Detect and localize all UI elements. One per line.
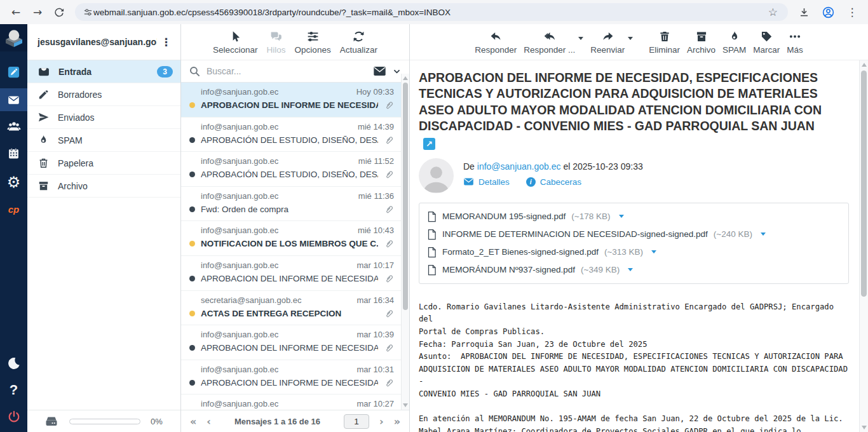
sidebar-item-drafts[interactable]: Borradores <box>27 83 180 106</box>
list-toolbar: Seleccionar Hilos Opciones Actualizar <box>181 24 409 60</box>
attachment-item[interactable]: MEMORANDUM 195-signed.pdf (~178 KB) <box>427 208 841 226</box>
browser-reload-button[interactable] <box>48 3 70 22</box>
message-row[interactable]: info@sanjuan.gob.ecHoy 09:33 APROBACION … <box>181 83 409 118</box>
browser-back-button[interactable]: ← <box>5 3 27 22</box>
read-dot[interactable] <box>189 137 195 143</box>
reply-all-dropdown-caret[interactable] <box>578 37 583 40</box>
mark-button[interactable]: Marcar <box>753 29 780 55</box>
message-row[interactable]: info@sanjuan.gob.ecmié 11:52 APROBACIÓN … <box>181 152 409 187</box>
search-input[interactable] <box>207 66 367 76</box>
message-sender: info@sanjuan.gob.ec <box>201 87 278 97</box>
settings-nav-icon[interactable]: ⚙ <box>0 171 27 194</box>
scrollbar-thumb[interactable] <box>403 83 408 310</box>
next-page-button[interactable]: › <box>379 415 384 428</box>
message-row[interactable]: info@sanjuan.gob.ecmar 10:27 APROBACION … <box>181 395 409 410</box>
more-button[interactable]: Más <box>787 29 803 55</box>
options-button[interactable]: Opciones <box>295 29 331 55</box>
help-icon[interactable]: ? <box>0 379 27 402</box>
read-dot[interactable] <box>189 172 195 177</box>
read-dot[interactable] <box>189 276 195 281</box>
attachment-item[interactable]: Formato_2_ET Bienes-signed-signed.pdf (~… <box>427 243 841 261</box>
attachment-dropdown-caret[interactable] <box>628 268 633 271</box>
open-in-new-window-icon[interactable]: ↗ <box>423 138 435 150</box>
browser-forward-button[interactable]: → <box>27 3 48 22</box>
unread-dot[interactable] <box>189 311 195 316</box>
account-header[interactable]: jesusgavilanes@sanjuan.gob.... ⋮ <box>27 24 180 60</box>
search-options-chevron-icon[interactable] <box>392 67 402 76</box>
message-body: Lcdo. Romario Gavilanes Litardo-Asistent… <box>419 301 849 432</box>
scroll-up-arrow[interactable] <box>403 76 408 80</box>
compose-button[interactable] <box>0 60 27 83</box>
scope-envelope-icon[interactable] <box>373 65 386 77</box>
account-menu-icon[interactable]: ⋮ <box>157 36 175 48</box>
scroll-down-arrow[interactable] <box>862 426 867 429</box>
reply-all-button[interactable]: Responder ... <box>524 29 575 55</box>
message-subject-title: APROBACION DEL INFORME DE NECESIDAD, ESP… <box>419 70 825 151</box>
mail-nav-icon[interactable] <box>0 88 27 111</box>
message-row[interactable]: info@sanjuan.gob.ecmar 10:39 APROBACION … <box>181 325 409 360</box>
bookmark-star-icon[interactable]: ☆ <box>763 6 783 18</box>
site-settings-icon[interactable] <box>83 7 93 18</box>
sidebar-item-sent[interactable]: Enviados <box>27 106 180 129</box>
forward-dropdown-caret[interactable] <box>628 37 633 40</box>
scrollbar-thumb[interactable] <box>861 71 867 297</box>
details-button[interactable]: Detalles <box>463 177 510 187</box>
delete-button[interactable]: Eliminar <box>649 29 680 55</box>
prev-page-button[interactable]: ‹ <box>207 415 211 428</box>
attachment-item[interactable]: MEMORÁNDUM Nº937-signed.pdf (~349 KB) <box>427 261 841 279</box>
message-row[interactable]: info@sanjuan.gob.ecmar 10:31 APROBACION … <box>181 360 409 395</box>
list-scrollbar[interactable] <box>401 74 409 410</box>
flame-icon <box>728 29 741 43</box>
sender-email-link[interactable]: info@sanjuan.gob.ec <box>477 161 561 172</box>
message-row[interactable]: info@sanjuan.gob.ecmié 10:43 NOTIFICACIO… <box>181 221 409 256</box>
downloads-icon[interactable] <box>793 3 815 22</box>
attachment-dropdown-caret[interactable] <box>761 233 766 236</box>
sidebar-item-archive[interactable]: Archivo <box>27 175 180 198</box>
forward-button[interactable]: Reenviar <box>590 29 625 55</box>
message-subject: APROBACIÓN DEL ESTUDIO, DISEÑO, DESA... <box>201 135 378 145</box>
browser-menu-icon[interactable]: ⋮ <box>841 3 863 22</box>
url-text[interactable]: webmail.sanjuan.gob.ec/cpsess4569390018/… <box>93 8 763 17</box>
profile-avatar-icon[interactable] <box>817 3 839 22</box>
attachment-item[interactable]: INFORME DE DETERMINACION DE NECESIDAD-si… <box>427 226 841 243</box>
dark-mode-icon[interactable] <box>0 352 27 375</box>
scroll-down-arrow[interactable] <box>403 403 408 407</box>
attachment-dropdown-caret[interactable] <box>619 215 624 218</box>
message-row[interactable]: secretaria@sanjuan.gob.ecmar 16:34 ACTAS… <box>181 291 409 326</box>
unread-dot[interactable] <box>189 241 195 246</box>
threads-button[interactable]: Hilos <box>267 29 286 55</box>
headers-button[interactable]: i Cabeceras <box>526 177 581 187</box>
refresh-button[interactable]: Actualizar <box>340 29 377 55</box>
select-button[interactable]: Seleccionar <box>213 29 258 55</box>
read-dot[interactable] <box>189 380 195 386</box>
read-dot[interactable] <box>189 206 195 212</box>
archive-button[interactable]: Archivo <box>687 29 715 55</box>
search-bar <box>181 60 409 83</box>
scroll-up-arrow[interactable] <box>862 63 867 67</box>
first-page-button[interactable]: « <box>190 415 196 428</box>
storage-icon <box>44 415 59 428</box>
reply-button[interactable]: Responder <box>475 29 517 55</box>
trash-icon <box>37 157 50 169</box>
message-row[interactable]: info@sanjuan.gob.ecmié 11:36 Fwd: Orden … <box>181 187 409 222</box>
attachment-dropdown-caret[interactable] <box>651 250 656 253</box>
pdf-file-icon <box>427 211 437 222</box>
message-row[interactable]: info@sanjuan.gob.ecmar 10:17 APROBACION … <box>181 256 409 291</box>
page-number-input[interactable]: 1 <box>344 414 369 429</box>
read-dot[interactable] <box>189 345 195 351</box>
sidebar-item-trash[interactable]: Papelera <box>27 152 180 175</box>
message-row[interactable]: info@sanjuan.gob.ecmié 14:39 APROBACIÓN … <box>181 118 409 152</box>
pdf-file-icon <box>427 264 437 276</box>
spam-button[interactable]: SPAM <box>722 29 746 55</box>
calendar-nav-icon[interactable] <box>0 142 27 165</box>
sidebar-item-inbox[interactable]: Entrada 3 <box>27 60 180 83</box>
address-bar[interactable]: webmail.sanjuan.gob.ec/cpsess4569390018/… <box>75 3 788 21</box>
reader-scrollbar[interactable] <box>859 60 868 432</box>
last-page-button[interactable]: » <box>394 415 400 428</box>
message-subject: APROBACION DEL INFORME DE NECESIDA... <box>201 343 378 353</box>
contacts-nav-icon[interactable] <box>0 115 27 138</box>
unread-dot[interactable] <box>189 102 195 108</box>
cpanel-logo[interactable]: cp <box>0 198 27 220</box>
logout-power-icon[interactable] <box>0 405 27 428</box>
sidebar-item-spam[interactable]: SPAM <box>27 129 180 152</box>
